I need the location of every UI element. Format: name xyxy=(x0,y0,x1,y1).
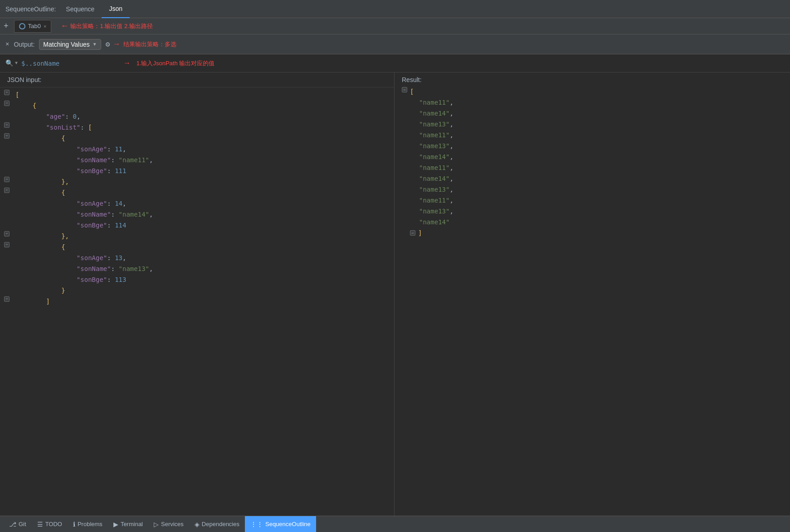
status-terminal[interactable]: ▶ Terminal xyxy=(108,516,148,532)
path-arrow-icon: → xyxy=(125,59,129,68)
services-icon: ▷ xyxy=(154,521,159,528)
git-label: Git xyxy=(19,521,26,527)
title-bar: SequenceOutline: Sequence Json xyxy=(0,0,790,18)
fold-button[interactable]: − xyxy=(4,296,10,302)
line-gutter: − xyxy=(0,101,14,106)
fold-button[interactable]: − xyxy=(4,122,10,128)
json-bracket: ] xyxy=(14,296,50,306)
matching-values-dropdown[interactable]: Matching Values ▼ xyxy=(39,39,101,50)
add-tab-button[interactable]: + xyxy=(4,22,9,31)
dropdown-value: Matching Values xyxy=(43,41,89,48)
problems-icon: ℹ xyxy=(73,521,75,528)
json-line: − }, xyxy=(0,231,394,242)
json-line: − }, xyxy=(0,176,394,187)
fold-button[interactable]: − xyxy=(4,101,10,106)
result-value: "name11", xyxy=(419,130,454,140)
status-bar: ⎇ Git ☰ TODO ℹ Problems ▶ Terminal ▷ Ser… xyxy=(0,516,790,532)
result-close-bracket: ] xyxy=(418,227,422,238)
json-bracket: { xyxy=(14,242,65,252)
sequenceoutline-icon: ⋮⋮ xyxy=(250,521,263,528)
json-content[interactable]: − [ − { "age": 0, − xyxy=(0,87,394,514)
search-icon: 🔍 xyxy=(5,59,13,67)
json-line: } xyxy=(0,285,394,296)
jsonpath-input[interactable] xyxy=(21,60,112,67)
json-line: "sonAge": 14, xyxy=(0,198,394,209)
line-gutter: − xyxy=(0,296,14,302)
output-bar: × Output: Matching Values ▼ ⚙ → 结果输出策略：多… xyxy=(0,34,790,54)
result-fold-button-bottom[interactable]: − xyxy=(410,230,415,236)
path-annotation: 1.输入JsonPath 输出对应的值 xyxy=(137,59,215,68)
settings-icon[interactable]: ⚙ xyxy=(106,40,110,49)
json-text: "sonName": "name13", xyxy=(14,264,153,274)
tab0-close-icon[interactable]: × xyxy=(44,24,46,29)
output-label: Output: xyxy=(14,41,34,48)
result-value: "name13", xyxy=(419,119,454,130)
dependencies-label: Dependencies xyxy=(202,521,239,527)
line-gutter: − xyxy=(0,122,14,128)
json-line: "sonName": "name13", xyxy=(0,263,394,274)
result-panel: Result: − [ "name11", "name14", "name13"… xyxy=(395,73,790,516)
json-line: "sonBge": 111 xyxy=(0,165,394,176)
line-gutter: − xyxy=(0,242,14,247)
json-text: "sonAge": 14, xyxy=(14,198,126,208)
close-output-button[interactable]: × xyxy=(5,41,9,48)
json-line: − { xyxy=(0,187,394,198)
json-bracket: } xyxy=(14,285,65,295)
services-label: Services xyxy=(161,521,184,527)
terminal-label: Terminal xyxy=(121,521,143,527)
result-value: "name11", xyxy=(419,195,454,206)
json-text: "sonAge": 11, xyxy=(14,144,126,154)
json-text: "sonList": [ xyxy=(14,122,92,132)
json-bracket: [ xyxy=(14,90,19,100)
dependencies-icon: ◈ xyxy=(195,521,200,528)
search-arrow-icon: ▼ xyxy=(15,61,18,66)
json-line: "sonBge": 114 xyxy=(0,220,394,231)
fold-button[interactable]: − xyxy=(4,231,10,237)
json-line: "age": 0, xyxy=(0,111,394,122)
result-fold-button[interactable]: − xyxy=(402,87,407,92)
line-gutter: − xyxy=(0,90,14,95)
fold-button[interactable]: − xyxy=(4,188,10,193)
main-content: JSON input: − [ − { "age": xyxy=(0,73,790,516)
json-line: − ] xyxy=(0,296,394,307)
fold-button[interactable]: − xyxy=(4,90,10,95)
status-todo[interactable]: ☰ TODO xyxy=(32,516,68,532)
tab-sequence[interactable]: Sequence xyxy=(59,0,102,18)
arrow-right-icon: → xyxy=(114,40,119,48)
status-git[interactable]: ⎇ Git xyxy=(4,516,32,532)
chevron-down-icon: ▼ xyxy=(93,42,97,47)
result-value: "name11", xyxy=(419,97,454,108)
status-sequenceoutline[interactable]: ⋮⋮ SequenceOutline xyxy=(245,516,316,532)
result-value: "name14" xyxy=(419,217,454,227)
json-line: − "sonList": [ xyxy=(0,122,394,133)
result-value: "name11", xyxy=(419,162,454,173)
terminal-icon: ▶ xyxy=(113,521,118,528)
status-dependencies[interactable]: ◈ Dependencies xyxy=(189,516,245,532)
line-gutter: − xyxy=(0,133,14,139)
line-gutter: − xyxy=(0,231,14,237)
json-line: − { xyxy=(0,100,394,111)
fold-button[interactable]: − xyxy=(4,242,10,247)
status-services[interactable]: ▷ Services xyxy=(148,516,189,532)
search-icon-area: 🔍 ▼ xyxy=(5,59,18,67)
result-content: − [ "name11", "name14", "name13", "name1… xyxy=(402,86,783,238)
json-input-header: JSON input: xyxy=(0,73,394,87)
json-bracket: { xyxy=(14,188,65,198)
output-annotation: 结果输出策略：多选 xyxy=(123,40,176,48)
fold-button[interactable]: − xyxy=(4,177,10,182)
json-bracket: }, xyxy=(14,177,69,187)
tab0-item[interactable]: Tab0 × xyxy=(14,20,52,33)
fold-button[interactable]: − xyxy=(4,133,10,139)
line-gutter: − xyxy=(0,177,14,182)
json-text: "sonBge": 114 xyxy=(14,220,126,230)
status-problems[interactable]: ℹ Problems xyxy=(68,516,108,532)
json-line: "sonName": "name11", xyxy=(0,155,394,165)
path-bar: 🔍 ▼ → 1.输入JsonPath 输出对应的值 xyxy=(0,54,790,73)
tab-json[interactable]: Json xyxy=(102,0,130,18)
json-text: "age": 0, xyxy=(14,111,80,121)
json-bracket: }, xyxy=(14,231,69,241)
tab-bar: + Tab0 × ← 输出策略：1.输出值 2.输出路径 xyxy=(0,18,790,34)
result-open-bracket: [ xyxy=(410,88,414,95)
json-line: − { xyxy=(0,133,394,144)
json-text: "sonBge": 111 xyxy=(14,166,126,176)
